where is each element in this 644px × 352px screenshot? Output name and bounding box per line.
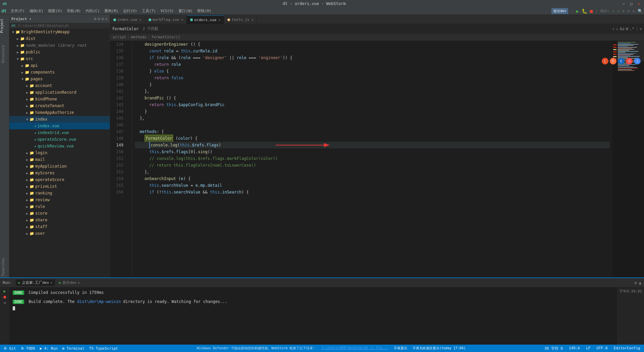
menu-view[interactable]: 视图(V)	[46, 8, 64, 14]
git-sync[interactable]: ✓	[617, 9, 620, 13]
panel-close[interactable]: ✕	[105, 16, 108, 21]
tree-item[interactable]: ✦ indexGrid.vue	[9, 129, 110, 136]
undo-btn[interactable]: ↶	[628, 9, 630, 13]
tree-item[interactable]: ▶ 📁 review	[9, 196, 110, 203]
menu-nav[interactable]: 导航(N)	[65, 8, 83, 14]
run-restart-icon[interactable]: ↺	[3, 300, 6, 305]
tree-item[interactable]: ▶ 📁 share	[9, 217, 110, 223]
terminal-maximize[interactable]: ▲	[639, 280, 641, 285]
tree-item[interactable]: ✦ operateScore.vue	[9, 136, 110, 143]
terminal-btn[interactable]: ⊞ Terminal	[61, 346, 86, 351]
tree-item[interactable]: ▶ 📁 myApplication	[9, 163, 110, 170]
tree-item[interactable]: ✦ quickReview.vue	[9, 143, 110, 149]
defender-dismiss[interactable]: 不再显示	[393, 346, 408, 351]
git-check[interactable]: ✓	[612, 9, 614, 13]
browser-icons[interactable]: C F E O S	[602, 58, 641, 64]
menu-edit[interactable]: 编辑(E)	[28, 8, 46, 14]
line-ending[interactable]: LF	[585, 346, 591, 351]
tree-item[interactable]: ▶ 📁 score	[9, 210, 110, 217]
favorites-icon[interactable]: Favorites	[0, 257, 9, 277]
tree-item[interactable]: ▶ 📁 dist	[9, 35, 110, 42]
title-bar-controls[interactable]: ─ □ ✕	[621, 2, 641, 6]
indent-config[interactable]: EditorConfig	[613, 346, 641, 351]
tree-item[interactable]: ▶ 📁 node_modules library root	[9, 42, 110, 49]
tree-item[interactable]: ▶ 📁 applicationRecord	[9, 89, 110, 96]
search-up-btn[interactable]: ↑	[612, 27, 614, 31]
tab-tools-js[interactable]: tools.js ✕	[224, 15, 257, 24]
tree-item[interactable]: ▶ 📁 ranking	[9, 190, 110, 196]
toolbar-project-btn[interactable]: 齿分dev	[551, 8, 568, 14]
minimize-btn[interactable]: ─	[621, 2, 626, 6]
run-tab-1[interactable]: ▶ 义齿家-工厂dev ✕	[16, 279, 55, 286]
run-tab-2[interactable]: ▶ 齿分dev ✕	[56, 279, 83, 286]
tree-item[interactable]: ▼ 📁 BrightDentistryWeapp	[9, 29, 110, 35]
tree-item[interactable]: ▶ 📁 myScores	[9, 170, 110, 176]
maximize-btn[interactable]: □	[629, 2, 634, 6]
tab-close-btn[interactable]: ✕	[218, 18, 220, 22]
menu-window[interactable]: 窗口(W)	[176, 8, 195, 14]
menu-help[interactable]: 帮助(H)	[195, 8, 213, 14]
todo-btn[interactable]: ⑥ TODO	[20, 346, 36, 351]
tree-item[interactable]: ▶ 📁 rule	[9, 203, 110, 210]
tree-item[interactable]: ▶ 📁 components	[9, 69, 110, 76]
tree-item[interactable]: ▶ 📁 bindPhone	[9, 96, 110, 102]
tree-item[interactable]: ▶ 📁 operateScore	[9, 176, 110, 183]
tree-item[interactable]: ▶ 📁 staff	[9, 223, 110, 230]
safari-icon[interactable]: S	[634, 58, 641, 64]
encoding[interactable]: UTF-8	[595, 346, 608, 351]
tab-orders-vue[interactable]: orders.vue ✕	[187, 15, 224, 24]
search-actions[interactable]: ↑ ↓ Aa W .* | ✕	[612, 27, 642, 31]
run-btn[interactable]: ▶	[576, 8, 579, 14]
terminal-actions[interactable]: ⚙ ▲	[635, 280, 641, 285]
menu-refactor[interactable]: 重构(R)	[102, 8, 120, 14]
search-down-btn[interactable]: ↓	[616, 27, 618, 31]
search-regex-btn[interactable]: .*	[630, 27, 634, 31]
stop-btn[interactable]: ■	[590, 8, 593, 14]
structure-icon[interactable]: Structure	[0, 44, 9, 64]
menu-run[interactable]: 运行(U)	[121, 8, 139, 14]
run-stop-icon[interactable]: ■	[3, 295, 6, 299]
edge-icon[interactable]: E	[618, 58, 625, 64]
tree-item[interactable]: ▶ 📁 user	[9, 230, 110, 237]
tree-item[interactable]: ▶ 📁 api	[9, 62, 110, 69]
menu-file[interactable]: 文件(F)	[9, 8, 27, 14]
tree-item[interactable]: ▼ 📁 index	[9, 116, 110, 123]
tab-close-btn[interactable]: ✕	[181, 18, 183, 21]
run-btn[interactable]: ▶ 4: Run	[39, 346, 59, 351]
debug-btn[interactable]: 🐛	[582, 8, 587, 14]
menu-vcs[interactable]: VCS(S)	[159, 8, 176, 14]
panel-icon-1[interactable]: ⚙	[94, 16, 96, 21]
panel-header-icons[interactable]: ⚙ ⊟ ⚙ ✕	[94, 16, 108, 21]
search-opts-btn[interactable]: Aa	[620, 27, 624, 31]
search-word-btn[interactable]: W	[626, 27, 628, 31]
tree-item[interactable]: ▶ 📁 login	[9, 149, 110, 156]
panel-gear[interactable]: ⚙	[102, 16, 104, 21]
close-btn[interactable]: ✕	[636, 2, 641, 6]
tree-item[interactable]: ▼ 📁 src	[9, 55, 110, 62]
terminal-settings[interactable]: ⚙	[635, 280, 637, 285]
defender-dismiss-project[interactable]: 不再为此项目显示(today 17:04)	[412, 346, 467, 351]
menu-tools[interactable]: 工具(T)	[140, 8, 158, 14]
tab-index-vue[interactable]: index.vue ✕	[110, 15, 145, 24]
run-tab-close[interactable]: ✕	[50, 281, 52, 284]
search-close[interactable]: ✕	[640, 27, 642, 31]
chrome-icon[interactable]: C	[602, 58, 608, 64]
tree-item[interactable]: ▶ 📁 account	[9, 82, 110, 89]
typescript-btn[interactable]: TS TypeScript	[88, 346, 119, 351]
terminal-content[interactable]: DONE Compiled successfully in 1759ms DON…	[9, 288, 617, 345]
tab-close-btn[interactable]: ✕	[140, 18, 142, 21]
tree-item[interactable]: ✦ index.vue	[9, 123, 110, 129]
firefox-icon[interactable]: F	[610, 58, 616, 64]
tab-close-btn[interactable]: ✕	[251, 18, 253, 21]
tree-item[interactable]: ▶ 📁 prizeList	[9, 183, 110, 190]
run-play-icon[interactable]: ▶	[3, 289, 6, 294]
search-everywhere-btn[interactable]: 🔍	[638, 9, 643, 13]
tab-markflag-vue[interactable]: markFlag.vue ✕	[145, 15, 187, 24]
panel-icon-2[interactable]: ⊟	[98, 16, 100, 21]
project-icon[interactable]: Project	[0, 16, 9, 36]
tree-item[interactable]: ▶ 📁 createTenant	[9, 102, 110, 109]
git-btn[interactable]: ⑥ Git	[3, 346, 17, 351]
menu-code[interactable]: 代码(C)	[84, 8, 102, 14]
tree-item[interactable]: ▶ 📁 public	[9, 49, 110, 55]
tree-item[interactable]: ▶ 📁 mail	[9, 156, 110, 163]
